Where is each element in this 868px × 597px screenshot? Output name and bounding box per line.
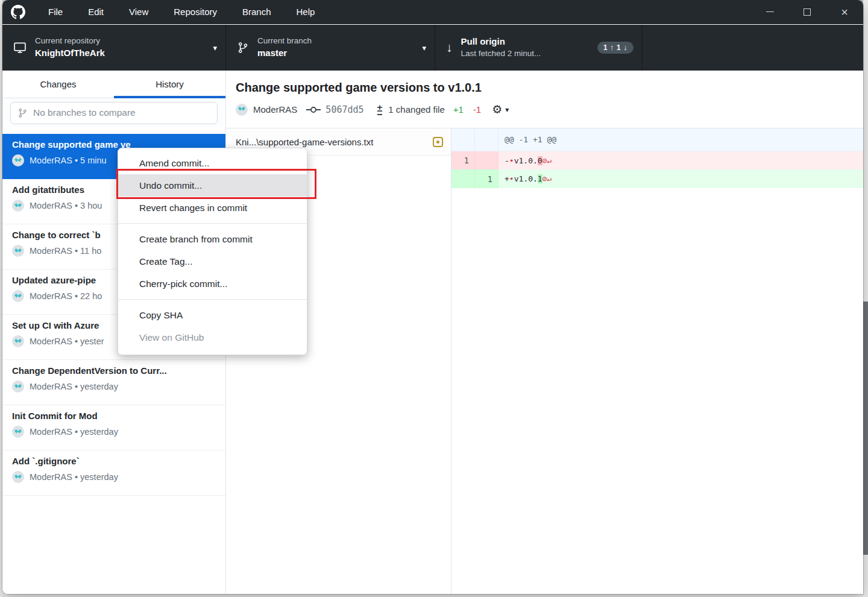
- avatar: [12, 335, 24, 347]
- gear-icon[interactable]: ⚙: [492, 103, 502, 116]
- modified-file-icon: [433, 137, 443, 147]
- avatar: [12, 154, 24, 166]
- diff-gutter-old: 1: [451, 151, 475, 169]
- diff-gutter-new: 1: [475, 169, 498, 188]
- deletions-count: -1: [473, 104, 481, 115]
- commit-meta-text: ModerRAS • 11 ho: [30, 246, 101, 256]
- commit-header: Change supported game versions to v1.0.1…: [226, 71, 863, 128]
- menu-item-cherry-pick[interactable]: Cherry-pick commit...: [118, 273, 307, 295]
- commit-title: Change DependentVersion to Curr...: [12, 365, 216, 376]
- chevron-down-icon: ▾: [416, 43, 426, 52]
- menu-help[interactable]: Help: [284, 0, 328, 24]
- commit-list-item[interactable]: Add `.gitignore` ModerRAS • yesterday: [2, 450, 225, 496]
- menu-item-copy-sha[interactable]: Copy SHA: [118, 304, 307, 326]
- pull-origin-button[interactable]: ↓ Pull origin Last fetched 2 minut... 1 …: [435, 25, 643, 71]
- changed-char-highlight: 1: [538, 174, 542, 183]
- avatar: [12, 471, 24, 483]
- commit-detail-panel: Change supported game versions to v1.0.1…: [226, 71, 863, 594]
- diff-gutter-old: [451, 128, 475, 151]
- close-icon: ×: [841, 6, 848, 18]
- maximize-icon: [804, 8, 811, 16]
- compare-branch-row: No branches to compare: [2, 98, 225, 127]
- menu-item-amend-commit[interactable]: Amend commit...: [118, 152, 307, 174]
- branch-label: Current branch: [257, 36, 312, 46]
- avatar: [236, 104, 248, 116]
- avatar: [12, 381, 24, 393]
- pull-subtitle: Last fetched 2 minut...: [461, 49, 541, 59]
- minimize-icon: [766, 11, 774, 12]
- titlebar: File Edit View Repository Branch Help ×: [2, 0, 863, 24]
- toolbar: Current repository KnightOfTheArk ▾ Curr…: [2, 25, 863, 71]
- menu-view[interactable]: View: [116, 0, 161, 24]
- current-repository-button[interactable]: Current repository KnightOfTheArk ▾: [2, 25, 226, 71]
- commit-list-item[interactable]: Change DependentVersion to Curr... Moder…: [2, 360, 225, 405]
- sidebar-tabs: Changes History: [2, 71, 225, 98]
- git-commit-icon: [306, 105, 321, 115]
- commit-list-item[interactable]: Init Commit for Mod ModerRAS • yesterday: [2, 405, 225, 450]
- changed-files-count: 1 changed file: [388, 104, 444, 115]
- diff-added-line: 1 +•v1.0.1⊘↵: [451, 169, 863, 188]
- menu-divider: [118, 223, 307, 224]
- commit-title: Init Commit for Mod: [12, 411, 216, 421]
- commit-meta-text: ModerRAS • yester: [30, 336, 104, 346]
- commit-meta-text: ModerRAS • yesterday: [30, 427, 118, 437]
- repo-label: Current repository: [35, 36, 105, 46]
- file-path: Kni...\supported-game-versions.txt: [236, 137, 428, 147]
- diff-gutter-old: [451, 169, 475, 188]
- diff-hunk-header: @@ -1 +1 @@: [451, 128, 863, 151]
- menu-item-create-tag[interactable]: Create Tag...: [118, 250, 307, 273]
- deleted-line-code: -•v1.0.0⊘↵: [498, 151, 863, 169]
- menu-edit[interactable]: Edit: [75, 0, 116, 24]
- pull-title: Pull origin: [461, 36, 541, 48]
- additions-count: +1: [453, 104, 464, 115]
- repo-name: KnightOfTheArk: [35, 48, 105, 59]
- no-newline-icon: ⊘: [542, 174, 547, 183]
- menu-divider: [118, 299, 307, 300]
- window-controls: ×: [751, 0, 863, 24]
- commit-detail-meta: ModerRAS 5067dd5 ± 1 changed file +1 -1 …: [236, 103, 851, 116]
- commit-meta-text: ModerRAS • yesterday: [30, 382, 118, 391]
- menu-item-revert-changes[interactable]: Revert changes in commit: [118, 197, 307, 219]
- diff-panel: @@ -1 +1 @@ 1 -•v1.0.0⊘↵ 1 +•v1.0.1⊘↵: [451, 128, 863, 594]
- avatar: [12, 426, 24, 438]
- minimize-button[interactable]: [751, 0, 788, 24]
- avatar: [12, 245, 24, 257]
- diff-stat-icon: ±: [377, 104, 383, 115]
- maximize-button[interactable]: [788, 0, 826, 24]
- compare-branch-input[interactable]: No branches to compare: [10, 102, 218, 124]
- close-button[interactable]: ×: [826, 0, 863, 24]
- commit-context-menu: Amend commit... Undo commit... Revert ch…: [118, 148, 307, 355]
- menu-item-create-branch[interactable]: Create branch from commit: [118, 228, 307, 250]
- added-line-code: +•v1.0.1⊘↵: [498, 169, 863, 188]
- tab-changes[interactable]: Changes: [2, 71, 114, 98]
- tab-history[interactable]: History: [114, 71, 225, 98]
- whitespace-dot: •: [509, 174, 514, 183]
- diff-gutter-new: [475, 151, 498, 169]
- commit-title: Add `.gitignore`: [12, 456, 216, 466]
- commit-meta-text: ModerRAS • 5 minu: [30, 156, 107, 165]
- current-branch-button[interactable]: Current branch master ▾: [226, 25, 435, 71]
- menubar: File Edit View Repository Branch Help: [36, 0, 327, 24]
- chevron-down-icon[interactable]: ▾: [505, 106, 509, 114]
- commit-meta-text: ModerRAS • 3 hou: [30, 201, 102, 210]
- menu-repository[interactable]: Repository: [161, 0, 230, 24]
- commit-sha: 5067dd5: [326, 104, 363, 115]
- carriage-return-icon: ↵: [547, 156, 552, 165]
- commit-author: ModerRAS: [253, 104, 297, 115]
- compare-placeholder: No branches to compare: [33, 107, 136, 118]
- menu-item-view-on-github[interactable]: View on GitHub: [118, 326, 307, 349]
- changed-char-highlight: 0: [538, 156, 542, 165]
- avatar: [12, 290, 24, 302]
- avatar: [12, 200, 24, 212]
- git-branch-icon: [17, 108, 28, 118]
- github-logo-icon: [10, 4, 26, 20]
- menu-branch[interactable]: Branch: [230, 0, 284, 24]
- menu-file[interactable]: File: [36, 0, 75, 24]
- commit-meta-text: ModerRAS • 22 ho: [30, 291, 102, 301]
- repository-computer-icon: [13, 41, 27, 54]
- ahead-behind-badge: 1 ↑ 1 ↓: [597, 42, 634, 54]
- branch-name: master: [257, 48, 312, 59]
- menu-item-undo-commit[interactable]: Undo commit...: [118, 174, 307, 197]
- diff-deleted-line: 1 -•v1.0.0⊘↵: [451, 151, 863, 169]
- whitespace-dot: •: [509, 156, 514, 165]
